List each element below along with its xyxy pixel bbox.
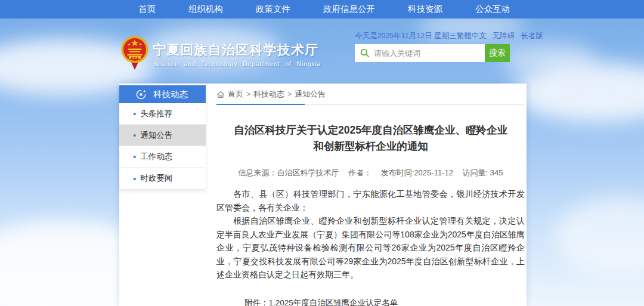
attachments-block: 附件： 1.2025年度自治区雏鹰企业认定名单 2.2025年度自治区瞪羚企业认…	[244, 296, 525, 306]
search-bar: 搜索	[355, 44, 510, 62]
content-panel: 科技动态 • 头条推荐 • 通知公告 • 工作动态 • 时政要闻	[119, 84, 527, 306]
link-traditional-chinese[interactable]: 繁體中文	[457, 31, 487, 41]
nav-item-policy-documents[interactable]: 政策文件	[256, 4, 290, 15]
sidebar-item-headline-picks[interactable]: • 头条推荐	[119, 103, 206, 125]
link-elder-version[interactable]: 长者版	[521, 31, 543, 41]
breadcrumb-tech-news[interactable]: 科技动态	[253, 89, 284, 100]
sidebar-item-current-politics[interactable]: • 时政要闻	[119, 168, 206, 189]
breadcrumb: 首页 > 科技动态 > 通知公告	[216, 89, 525, 100]
top-navigation: 首页 组织机构 政策文件 政府信息公开 科技资源 公众互动	[0, 0, 644, 18]
header-info-row: 今天是2025年11月12日 星期三 繁體中文 无障碍 长者版	[355, 31, 521, 41]
meta-publish-time: 发布时间:2025-11-12	[381, 168, 453, 177]
article-title-line1: 自治区科技厅关于认定2025年度自治区雏鹰企业、瞪羚企业	[234, 124, 507, 136]
breadcrumb-separator: >	[287, 90, 292, 98]
attachment-link-eagle-list[interactable]: 1.2025年度自治区雏鹰企业认定名单	[269, 296, 422, 306]
nav-item-home[interactable]: 首页	[138, 4, 156, 15]
article-area: 首页 > 科技动态 > 通知公告 自治区科技厅关于认定2025年度自治区雏鹰企业…	[216, 84, 525, 306]
sidebar-title: 科技动态	[153, 89, 188, 100]
meta-author: 作者：	[348, 168, 371, 177]
breadcrumb-separator: >	[246, 90, 250, 98]
breadcrumb-notices[interactable]: 通知公告	[295, 89, 326, 100]
meta-visit-count: 访问量: 345	[463, 168, 503, 177]
nav-item-organization[interactable]: 组织机构	[188, 4, 223, 15]
cloud	[501, 43, 596, 76]
article-meta: 信息来源：自治区科学技术厅 作者： 发布时间:2025-11-12 访问量: 3…	[216, 168, 525, 178]
attachments-label: 附件：	[244, 296, 269, 306]
sidebar-menu: • 头条推荐 • 通知公告 • 工作动态 • 时政要闻	[119, 103, 206, 189]
bullet-icon: •	[133, 152, 136, 161]
bullet-icon: •	[133, 174, 136, 183]
article-paragraph: 各市、县（区）科技管理部门，宁东能源化工基地管委会，银川经济技术开发区管委会，各…	[216, 187, 525, 214]
article-title-line2: 和创新型标杆企业的通知	[313, 140, 428, 152]
national-emblem-icon	[121, 36, 148, 70]
nav-item-public-interaction[interactable]: 公众互动	[475, 4, 510, 15]
site-subtitle-en: Science and Technology Department of Nin…	[153, 60, 321, 67]
sidebar: 科技动态 • 头条推荐 • 通知公告 • 工作动态 • 时政要闻	[119, 85, 206, 189]
cloud	[555, 197, 644, 274]
nav-item-tech-resources[interactable]: 科技资源	[408, 4, 442, 15]
nav-item-gov-info-disclosure[interactable]: 政府信息公开	[323, 4, 375, 15]
search-button[interactable]: 搜索	[485, 44, 510, 62]
site-title: 宁夏回族自治区科学技术厅	[153, 41, 318, 59]
link-accessibility[interactable]: 无障碍	[493, 31, 515, 41]
sidebar-item-notices[interactable]: • 通知公告	[119, 125, 206, 146]
current-date: 今天是2025年11月12日 星期三	[355, 31, 457, 41]
article-paragraph: 根据自治区雏鹰企业、瞪羚企业和创新型标杆企业认定管理有关规定，决定认定半亩良人农…	[216, 214, 525, 282]
sidebar-item-label: 工作动态	[140, 152, 172, 162]
article-body: 各市、县（区）科技管理部门，宁东能源化工基地管委会，银川经济技术开发区管委会，各…	[216, 187, 525, 282]
search-input[interactable]	[355, 44, 485, 62]
sidebar-header: 科技动态	[119, 85, 206, 103]
bullet-icon: •	[133, 131, 136, 140]
bullet-icon: •	[133, 109, 136, 118]
sidebar-item-label: 时政要闻	[140, 173, 172, 184]
sidebar-item-label: 通知公告	[140, 130, 172, 141]
article-title: 自治区科技厅关于认定2025年度自治区雏鹰企业、瞪羚企业 和创新型标杆企业的通知	[216, 122, 525, 154]
sidebar-item-work-updates[interactable]: • 工作动态	[119, 146, 206, 168]
search-icon	[360, 48, 370, 58]
breadcrumb-divider	[216, 104, 525, 105]
tech-news-section-icon	[136, 89, 146, 100]
sidebar-item-label: 头条推荐	[140, 109, 172, 119]
meta-source: 信息来源：自治区科学技术厅	[239, 168, 339, 177]
breadcrumb-home[interactable]: 首页	[228, 89, 243, 100]
home-icon	[216, 91, 225, 98]
